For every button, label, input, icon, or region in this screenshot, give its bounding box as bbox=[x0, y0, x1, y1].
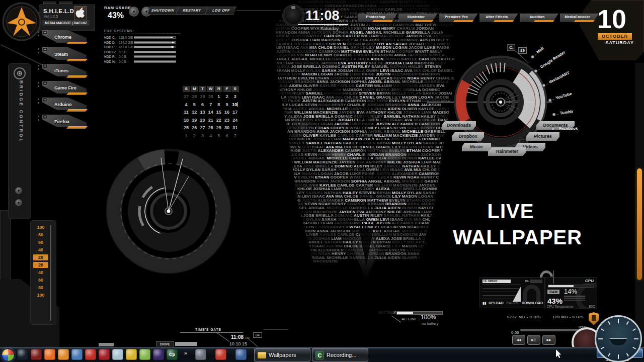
calendar-day[interactable]: 2 bbox=[223, 93, 231, 101]
adobe-app-illustrator[interactable]: Illustrator bbox=[398, 14, 437, 22]
calendar-day[interactable]: 6 bbox=[199, 101, 206, 109]
calendar-day[interactable]: 30 bbox=[223, 124, 231, 132]
add-icon[interactable]: + bbox=[43, 81, 47, 85]
add-icon[interactable]: + bbox=[43, 47, 47, 52]
calendar-day[interactable]: 5 bbox=[215, 132, 222, 140]
itunes-icon[interactable] bbox=[195, 349, 206, 360]
my-computer-icon[interactable] bbox=[71, 349, 83, 360]
task-wallpapers[interactable]: Wallpapers bbox=[254, 348, 310, 361]
settings-knob-icon[interactable] bbox=[129, 7, 139, 17]
calendar-day[interactable]: 18 bbox=[183, 117, 190, 125]
apple-icon-box[interactable] bbox=[74, 6, 87, 20]
calendar-day[interactable]: 31 bbox=[231, 124, 239, 132]
add-icon[interactable]: + bbox=[43, 30, 47, 35]
calendar-day[interactable]: 29 bbox=[199, 93, 206, 101]
launcher-chrome[interactable]: Chrome+ bbox=[42, 30, 91, 45]
calendar-day[interactable]: 29 bbox=[215, 124, 222, 132]
media-prev-button[interactable]: ◀◀ bbox=[512, 335, 525, 345]
calendar-day[interactable]: 17 bbox=[231, 109, 239, 117]
folder-music[interactable]: Music bbox=[462, 143, 491, 151]
calendar-day[interactable]: 30 bbox=[207, 93, 214, 101]
rainmeter-shield-icon[interactable] bbox=[589, 312, 599, 325]
calendar-day[interactable]: 11 bbox=[183, 109, 190, 117]
calendar-day[interactable]: 4 bbox=[207, 132, 214, 140]
folder-dropbox[interactable]: Dropbox bbox=[452, 132, 484, 141]
right-edge-orange-bar[interactable] bbox=[637, 168, 642, 280]
add-icon[interactable]: + bbox=[43, 115, 47, 119]
launcher-steam[interactable]: Steam+ bbox=[42, 47, 91, 62]
start-button[interactable] bbox=[2, 348, 15, 361]
launcher-itunes[interactable]: iTunes+ bbox=[42, 64, 91, 79]
adobe-app-mediaencoder[interactable]: MediaEncoder bbox=[560, 14, 599, 22]
launcher-arduino[interactable]: Arduino+ bbox=[42, 98, 91, 113]
autocad-icon[interactable] bbox=[99, 349, 110, 360]
captivate-icon[interactable]: Cp bbox=[167, 349, 178, 360]
folder-rainmeter[interactable]: Rainmeter bbox=[488, 147, 526, 156]
folder-downloads[interactable]: Downloads bbox=[442, 121, 476, 130]
add-icon[interactable]: + bbox=[43, 98, 47, 102]
add-icon[interactable]: + bbox=[43, 64, 47, 68]
adobe-app-photoshop[interactable]: Photoshop bbox=[358, 14, 397, 22]
hud-round-button-2[interactable] bbox=[15, 199, 22, 206]
power-button-shutdown[interactable]: SHUTDOWN bbox=[147, 7, 179, 14]
media-next-button[interactable]: ▶▶ bbox=[542, 335, 555, 345]
calendar-day[interactable]: 2 bbox=[191, 132, 198, 140]
bamboo-paper-icon[interactable] bbox=[112, 349, 123, 360]
folder-pictures[interactable]: Pictures bbox=[526, 132, 559, 141]
calendar-day[interactable]: 24 bbox=[231, 117, 239, 125]
adobe-app-premiere-pro[interactable]: Premiere Pro bbox=[439, 14, 477, 22]
calendar-day[interactable]: 8 bbox=[215, 101, 222, 109]
speedometer-gauge[interactable] bbox=[595, 315, 642, 362]
calendar-day[interactable]: 7 bbox=[207, 101, 214, 109]
calendar-day[interactable]: 10 bbox=[231, 101, 239, 109]
calendar-day[interactable]: 14 bbox=[207, 109, 214, 117]
shield-eagle-logo[interactable] bbox=[2, 2, 41, 41]
calendar-day[interactable]: 28 bbox=[207, 124, 214, 132]
calendar-day[interactable]: 3 bbox=[231, 93, 239, 101]
clock-knob-icon[interactable] bbox=[283, 5, 304, 26]
calendar-day[interactable]: 12 bbox=[191, 109, 198, 117]
overflow-chevron-icon[interactable]: » bbox=[184, 350, 187, 356]
adobe-app-after-effects[interactable]: After Effects bbox=[479, 14, 518, 22]
media-play-button[interactable]: ▶❙ bbox=[527, 335, 540, 345]
calendar-day[interactable]: 20 bbox=[199, 117, 206, 125]
screen-recorder-icon[interactable] bbox=[215, 349, 226, 360]
launcher-game-fire[interactable]: Game Fire+ bbox=[42, 81, 91, 96]
calendar-day[interactable]: 1 bbox=[183, 132, 190, 140]
calendar-day[interactable]: 25 bbox=[183, 124, 190, 132]
calendar-day[interactable]: 15 bbox=[215, 109, 222, 117]
calendar-day[interactable]: 1 bbox=[215, 93, 222, 101]
calendar-day[interactable]: 5 bbox=[191, 101, 198, 109]
power-button-log-off[interactable]: LOG OFF bbox=[206, 7, 237, 14]
firefox-icon[interactable] bbox=[44, 349, 55, 360]
power-button-restart[interactable]: RESTART bbox=[177, 7, 208, 14]
android-studio-icon[interactable] bbox=[139, 349, 150, 360]
calendar-day[interactable]: 19 bbox=[191, 117, 198, 125]
task-recording[interactable]: C Recording... bbox=[312, 348, 368, 361]
calendar-day[interactable]: 27 bbox=[183, 93, 190, 101]
zend-icon[interactable] bbox=[58, 349, 69, 360]
calendar-day[interactable]: 23 bbox=[223, 117, 231, 125]
calendar-day[interactable]: 13 bbox=[199, 109, 206, 117]
calendar-day[interactable]: 3 bbox=[199, 132, 206, 140]
calendar-day[interactable]: 16 bbox=[223, 109, 231, 117]
calendar-day[interactable]: 6 bbox=[223, 132, 231, 140]
media-center-icon[interactable] bbox=[235, 349, 247, 360]
calendar-day[interactable]: 27 bbox=[199, 124, 206, 132]
calendar-day[interactable]: 7 bbox=[231, 132, 239, 140]
launcher-firefox[interactable]: Firefox+ bbox=[42, 115, 91, 130]
steam-icon[interactable] bbox=[17, 349, 28, 360]
3ds-max-icon[interactable] bbox=[153, 349, 164, 360]
hud-round-button-1[interactable] bbox=[15, 187, 22, 194]
calendar-day[interactable]: 22 bbox=[215, 117, 222, 125]
calendar-day[interactable]: 28 bbox=[191, 93, 198, 101]
link-facebook[interactable]: ◉→Facebook bbox=[551, 126, 578, 131]
adobe-app-audition[interactable]: Audition bbox=[520, 14, 558, 22]
ruby-icon[interactable] bbox=[85, 349, 96, 360]
dictionary-icon[interactable] bbox=[31, 349, 42, 360]
calendar-day[interactable]: 26 bbox=[191, 124, 198, 132]
calendar-day[interactable]: 4 bbox=[183, 101, 190, 109]
calendar-day[interactable]: 21 bbox=[207, 117, 214, 125]
calendar-day[interactable]: 9 bbox=[223, 101, 231, 109]
arduino-icon[interactable] bbox=[126, 349, 137, 360]
